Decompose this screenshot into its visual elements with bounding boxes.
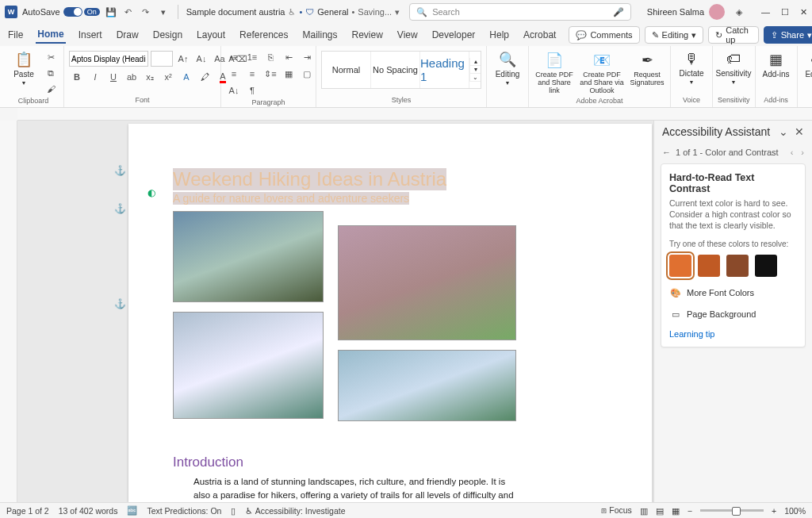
doc-heading[interactable]: Weekend Hiking Ideas in Austria (173, 168, 446, 190)
page-indicator[interactable]: Page 1 of 2 (6, 506, 49, 516)
text-effects-icon[interactable]: A (178, 71, 194, 83)
tab-help[interactable]: Help (488, 27, 511, 43)
pane-close-icon[interactable]: ✕ (795, 125, 804, 138)
copy-icon[interactable]: ⧉ (43, 67, 59, 79)
mic-icon[interactable]: 🎤 (613, 7, 624, 17)
bold-icon[interactable]: B (69, 71, 85, 83)
doc-subtitle[interactable]: A guide for nature lovers and adventure … (173, 192, 409, 205)
share-button[interactable]: ⇪Share▾ (764, 26, 812, 44)
next-issue-icon[interactable]: › (801, 148, 804, 157)
autosave-toggle[interactable]: AutoSave On (22, 7, 100, 17)
sensitivity-button[interactable]: 🏷Sensitivity▼ (718, 51, 749, 85)
tab-acrobat[interactable]: Acrobat (522, 27, 557, 43)
numbering-icon[interactable]: 1≡ (244, 51, 260, 63)
style-normal[interactable]: Normal (322, 52, 371, 88)
tab-review[interactable]: Review (350, 27, 385, 43)
subscript-icon[interactable]: x₂ (142, 71, 158, 83)
multilevel-icon[interactable]: ⎘ (262, 51, 278, 63)
shrink-font-icon[interactable]: A↓ (193, 52, 209, 65)
create-pdf-outlook-button[interactable]: 📧Create PDF and Share via Outlook (578, 51, 626, 95)
search-box[interactable]: 🔍 Search 🎤 (409, 3, 631, 21)
learning-tip-link[interactable]: Learning tip (669, 329, 797, 339)
page-background-button[interactable]: ▭ Page Background (669, 309, 797, 320)
accessibility-status[interactable]: ♿︎ Accessibility: Investigate (245, 506, 345, 516)
text-predictions[interactable]: Text Predictions: On (147, 506, 221, 516)
tab-home[interactable]: Home (36, 26, 65, 44)
document-page[interactable]: ⚓ ⚓ ◐ ⚓ Weekend Hiking Ideas in Austria … (128, 124, 652, 502)
dictate-button[interactable]: 🎙Dictate▼ (676, 51, 707, 85)
paste-button[interactable]: 📋 Paste ▼ (8, 51, 40, 86)
tab-design[interactable]: Design (151, 27, 184, 43)
grow-font-icon[interactable]: A↑ (175, 52, 191, 65)
chevron-down-icon[interactable]: ▼ (21, 80, 27, 86)
tab-layout[interactable]: Layout (195, 27, 227, 43)
create-pdf-share-link-button[interactable]: 📄Create PDF and Share link (534, 51, 575, 95)
editing-mode-button[interactable]: ✎Editing▾ (645, 26, 704, 44)
comments-button[interactable]: 💬Comments (569, 26, 639, 44)
document-title-area[interactable]: Sample document austria ♿︎ • 🛡 General •… (186, 7, 400, 17)
prev-issue-icon[interactable]: ‹ (791, 148, 794, 157)
style-nospacing[interactable]: No Spacing (371, 52, 420, 88)
editor-button[interactable]: ✔Editor (802, 51, 812, 79)
addins-button[interactable]: ▦Add-ins (760, 51, 792, 79)
cut-icon[interactable]: ✂ (43, 51, 59, 63)
styles-gallery[interactable]: Normal No Spacing Heading 1 ▴▾⌄ (321, 51, 481, 89)
shading-icon[interactable]: ▦ (281, 67, 297, 80)
strike-icon[interactable]: ab (124, 71, 140, 83)
diamond-icon[interactable]: ◈ (733, 6, 745, 18)
toggle-on-icon[interactable] (63, 7, 82, 17)
tab-mailings[interactable]: Mailings (301, 27, 339, 43)
minimize-icon[interactable]: — (761, 7, 770, 17)
language-icon[interactable]: 🔤 (127, 505, 137, 516)
view-print-icon[interactable]: ▥ (640, 506, 648, 516)
catchup-button[interactable]: ↻Catch up (708, 26, 758, 44)
styles-scroll[interactable]: ▴▾⌄ (469, 58, 481, 82)
tab-view[interactable]: View (396, 27, 419, 43)
zoom-slider[interactable] (700, 509, 764, 512)
zoom-out-icon[interactable]: − (688, 506, 692, 516)
tab-developer[interactable]: Developer (431, 27, 477, 43)
font-size-select[interactable] (151, 51, 173, 67)
tab-insert[interactable]: Insert (77, 27, 104, 43)
save-icon[interactable]: 💾 (105, 6, 117, 18)
focus-mode-button[interactable]: ⧆ Focus (601, 505, 632, 516)
borders-icon[interactable]: ▢ (299, 67, 315, 80)
swatch-orange[interactable] (669, 255, 691, 277)
highlight-icon[interactable]: 🖍 (197, 71, 213, 83)
a11y-indicator-icon[interactable]: ♿︎ (288, 7, 296, 17)
bullets-icon[interactable]: •≡ (226, 51, 242, 63)
copilot-inline-icon[interactable]: ◐ (147, 187, 155, 198)
word-count[interactable]: 13 of 402 words (59, 506, 118, 516)
maximize-icon[interactable]: ☐ (781, 7, 789, 17)
swatch-orange-dark[interactable] (698, 255, 720, 277)
image-hikers-group[interactable] (338, 350, 516, 421)
sort-icon[interactable]: A↓ (226, 84, 242, 97)
underline-icon[interactable]: U (105, 71, 121, 83)
align-left-icon[interactable]: ≡ (226, 67, 242, 80)
show-marks-icon[interactable]: ¶ (244, 84, 260, 97)
format-painter-icon[interactable]: 🖌 (43, 82, 59, 95)
intro-paragraph[interactable]: Austria is a land of stunning landscapes… (173, 470, 522, 502)
swatch-black[interactable] (755, 255, 777, 277)
back-arrow-icon[interactable]: ← (662, 148, 671, 157)
superscript-icon[interactable]: x² (160, 71, 176, 83)
user-account[interactable]: Shireen Salma (647, 4, 725, 20)
inc-indent-icon[interactable]: ⇥ (299, 51, 315, 63)
undo-icon[interactable]: ↶ (122, 6, 135, 18)
font-name-select[interactable] (69, 51, 148, 67)
zoom-value[interactable]: 100% (784, 506, 806, 516)
zoom-in-icon[interactable]: + (772, 506, 776, 516)
line-spacing-icon[interactable]: ⇕≡ (262, 67, 278, 80)
horizontal-ruler[interactable] (17, 108, 812, 121)
tab-file[interactable]: File (6, 27, 25, 43)
tab-draw[interactable]: Draw (115, 27, 140, 43)
macro-icon[interactable]: ▯ (231, 506, 236, 516)
intro-heading[interactable]: Introduction (173, 455, 607, 470)
avatar[interactable] (709, 4, 725, 20)
qa-customize-icon[interactable]: ▾ (157, 6, 170, 18)
dec-indent-icon[interactable]: ⇤ (281, 51, 297, 63)
swatch-brown[interactable] (726, 255, 749, 277)
image-hiker-ridge[interactable] (338, 225, 516, 340)
request-signatures-button[interactable]: ✒Request Signatures (629, 51, 665, 87)
align-center-icon[interactable]: ≡ (244, 67, 260, 80)
